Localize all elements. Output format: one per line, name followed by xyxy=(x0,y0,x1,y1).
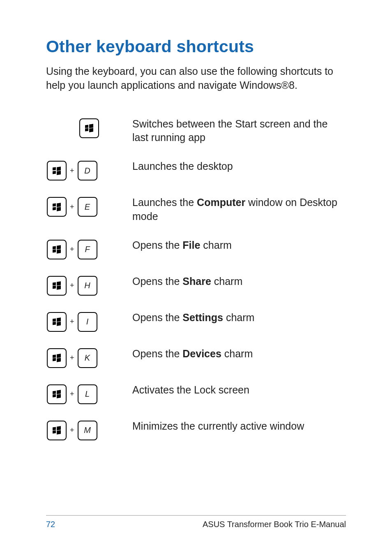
letter-key: L xyxy=(78,384,97,404)
windows-logo-icon xyxy=(53,426,61,435)
table-row: + L Activates the Lock screen xyxy=(46,383,346,419)
desc-cell: Switches between the Start screen and th… xyxy=(132,117,346,160)
keys-cell xyxy=(46,117,132,160)
plus-icon: + xyxy=(69,281,75,290)
windows-key xyxy=(47,312,67,332)
key-letter: I xyxy=(86,317,89,326)
windows-logo-icon xyxy=(53,245,61,254)
desc-cell: Launches the desktop xyxy=(132,160,346,196)
table-row: + H Opens the Share charm xyxy=(46,275,346,311)
letter-key: F xyxy=(78,240,97,259)
letter-key: D xyxy=(78,161,97,180)
key-letter: M xyxy=(84,426,91,435)
desc-cell: Activates the Lock screen xyxy=(132,383,346,419)
table-row: + K Opens the Devices charm xyxy=(46,347,346,383)
windows-logo-icon xyxy=(53,354,61,362)
letter-key: M xyxy=(78,421,97,440)
key-combo: + K xyxy=(47,348,132,368)
desc-cell: Opens the Share charm xyxy=(132,275,346,311)
windows-logo-icon xyxy=(53,282,61,290)
windows-logo-icon xyxy=(53,203,61,211)
windows-logo-icon xyxy=(53,318,61,326)
plus-icon: + xyxy=(69,245,75,254)
keys-cell: + E xyxy=(46,196,132,238)
plus-icon: + xyxy=(69,167,75,175)
key-combo: + I xyxy=(47,312,132,332)
plus-icon: + xyxy=(69,354,75,362)
table-row: + F Opens the File charm xyxy=(46,238,346,275)
key-combo: + M xyxy=(47,420,132,441)
keys-cell: + I xyxy=(46,311,132,347)
key-combo: + E xyxy=(47,197,132,217)
shortcuts-table: Switches between the Start screen and th… xyxy=(46,117,346,456)
key-letter: L xyxy=(85,389,90,399)
windows-key xyxy=(47,240,67,259)
book-title: ASUS Transformer Book Trio E-Manual xyxy=(203,520,346,529)
windows-key xyxy=(47,276,67,296)
windows-key xyxy=(47,421,67,440)
keys-cell: + F xyxy=(46,238,132,275)
key-combo: + D xyxy=(47,160,132,181)
windows-logo-icon xyxy=(53,390,61,398)
plus-icon: + xyxy=(69,203,75,211)
keys-cell: + K xyxy=(46,347,132,383)
key-letter: D xyxy=(84,166,90,176)
letter-key: I xyxy=(78,312,97,332)
key-combo: + L xyxy=(47,384,132,405)
windows-key xyxy=(47,161,67,180)
plus-icon: + xyxy=(69,390,75,398)
keys-cell: + H xyxy=(46,275,132,311)
page-title: Other keyboard shortcuts xyxy=(46,37,346,56)
key-letter: K xyxy=(85,353,90,363)
plus-icon: + xyxy=(69,426,75,435)
windows-key xyxy=(47,384,67,404)
letter-key: K xyxy=(78,348,97,368)
key-letter: H xyxy=(84,281,90,290)
windows-logo-icon xyxy=(85,124,93,132)
table-row: Switches between the Start screen and th… xyxy=(46,117,346,160)
desc-cell: Minimizes the currently active window xyxy=(132,419,346,456)
desc-cell: Opens the File charm xyxy=(132,238,346,275)
key-combo: + H xyxy=(47,275,132,296)
plus-icon: + xyxy=(69,317,75,326)
keys-cell: + M xyxy=(46,419,132,456)
key-letter: E xyxy=(85,202,90,212)
keys-cell: + D xyxy=(46,160,132,196)
keys-cell: + L xyxy=(46,383,132,419)
key-combo: + F xyxy=(47,239,132,260)
table-row: + E Launches the Computer window on Desk… xyxy=(46,196,346,238)
intro-text: Using the keyboard, you can also use the… xyxy=(46,65,346,93)
key-letter: F xyxy=(85,245,90,254)
page-footer: 72 ASUS Transformer Book Trio E-Manual xyxy=(46,515,346,529)
windows-key xyxy=(79,118,99,138)
table-row: + D Launches the desktop xyxy=(46,160,346,196)
letter-key: E xyxy=(78,197,97,217)
letter-key: H xyxy=(78,276,97,296)
page-number: 72 xyxy=(46,520,55,529)
table-row: + M Minimizes the currently active windo… xyxy=(46,419,346,456)
desc-cell: Opens the Settings charm xyxy=(132,311,346,347)
desc-cell: Launches the Computer window on Desktop … xyxy=(132,196,346,238)
windows-key xyxy=(47,348,67,368)
windows-logo-icon xyxy=(53,167,61,175)
table-row: + I Opens the Settings charm xyxy=(46,311,346,347)
key-combo xyxy=(56,118,122,139)
desc-cell: Opens the Devices charm xyxy=(132,347,346,383)
windows-key xyxy=(47,197,67,217)
page: Other keyboard shortcuts Using the keybo… xyxy=(0,0,392,553)
